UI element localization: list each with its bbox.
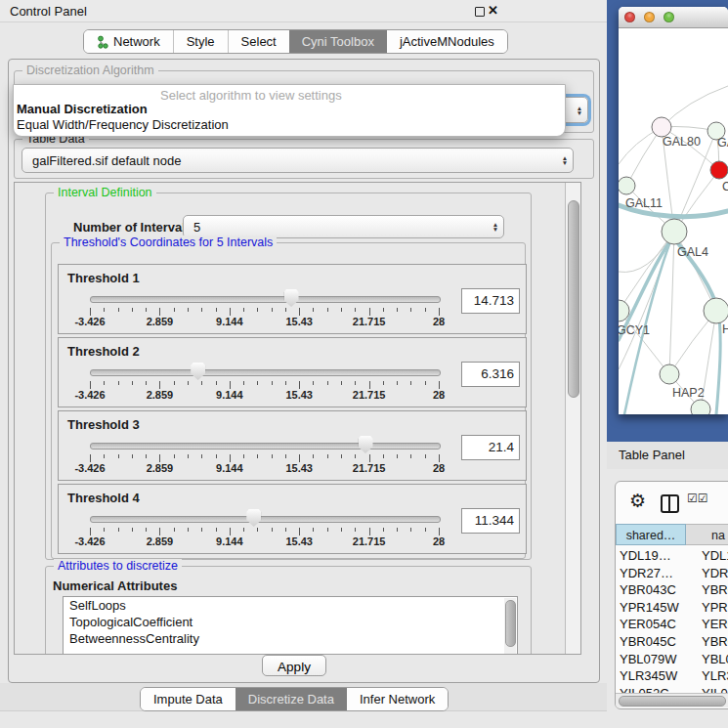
tick xyxy=(104,381,105,385)
cell-shared-name[interactable]: YBL079W xyxy=(620,652,677,666)
tab-network[interactable]: Network xyxy=(84,30,173,53)
network-view-window[interactable]: GAL80GACGAL11GAL4GCY1HHAP2 xyxy=(619,7,728,414)
table-row[interactable]: YBL079WYBL0 xyxy=(616,651,728,668)
tick-label: 15.43 xyxy=(272,462,326,474)
network-canvas[interactable]: GAL80GACGAL11GAL4GCY1HHAP2 xyxy=(619,27,728,414)
threshold-value-field[interactable]: 21.4 xyxy=(461,435,520,460)
threshold-value-field[interactable]: 14.713 xyxy=(461,288,520,314)
slider-thumb[interactable] xyxy=(359,436,373,453)
tick xyxy=(369,528,370,535)
network-node-gal4[interactable] xyxy=(662,219,687,244)
table-data-combobox[interactable]: galFiltered.sif default node ▲▼ xyxy=(21,148,574,173)
network-window-titlebar[interactable] xyxy=(619,7,728,28)
table-row[interactable]: YDL19…YDL1 xyxy=(616,547,728,565)
table-row[interactable]: YDR27…YDR2 xyxy=(616,565,728,582)
slider-thumb[interactable] xyxy=(284,289,299,307)
tick xyxy=(132,381,133,385)
tick xyxy=(299,528,300,535)
select-columns-checkbox-icon[interactable]: ☑☑ xyxy=(687,492,708,505)
cell-name[interactable]: YPR1 xyxy=(702,600,728,615)
table-row[interactable]: YBR045CYBR0 xyxy=(616,633,728,651)
slider-thumb[interactable] xyxy=(246,509,261,527)
tick xyxy=(230,454,231,462)
network-node-c[interactable] xyxy=(710,161,728,179)
column-header-name[interactable]: na xyxy=(686,524,728,545)
slider-track[interactable] xyxy=(90,369,441,376)
network-node-gal11[interactable] xyxy=(619,177,635,194)
settings-scrollpane: Interval Definition Number of Intervals … xyxy=(14,182,581,655)
table-row[interactable]: YPR145WYPR1 xyxy=(616,599,728,617)
attribute-list-item[interactable]: TopologicalCoefficient xyxy=(64,614,517,630)
network-edge-highlighted[interactable] xyxy=(716,311,720,414)
cell-name[interactable]: YDR2 xyxy=(702,566,728,580)
cell-name[interactable]: YLR3 xyxy=(702,668,728,683)
cell-shared-name[interactable]: YBR045C xyxy=(620,634,676,649)
tick xyxy=(188,454,189,458)
cell-shared-name[interactable]: YLR345W xyxy=(620,668,677,683)
cell-name[interactable]: YBR0 xyxy=(702,634,728,649)
network-edge[interactable] xyxy=(662,86,728,127)
bottom-tabbar: Impute DataDiscretize DataInfer Network xyxy=(140,687,449,711)
cell-name[interactable]: YER0 xyxy=(702,617,728,631)
network-node-unlabeled[interactable] xyxy=(691,400,710,414)
settings-gear-icon[interactable]: ⚙ xyxy=(629,490,646,512)
settings-scrollbar[interactable] xyxy=(565,183,580,654)
tick-label: 21.715 xyxy=(342,316,397,327)
table-row[interactable]: YLR345WYLR3 xyxy=(616,667,728,685)
threshold-value-field[interactable]: 11.344 xyxy=(461,508,520,534)
threshold-value-field[interactable]: 6.316 xyxy=(461,362,520,387)
minimize-traffic-light-icon[interactable] xyxy=(644,12,655,22)
slider-track[interactable] xyxy=(90,443,441,450)
tab-infer-network[interactable]: Infer Network xyxy=(347,688,448,710)
network-node-gal80[interactable] xyxy=(652,117,671,137)
algorithm-option-equal-width[interactable]: Equal Width/Frequency Discretization xyxy=(17,117,229,132)
network-edge[interactable] xyxy=(669,232,674,374)
network-edge[interactable] xyxy=(619,232,674,311)
tab-cyni-toolbox[interactable]: Cyni Toolbox xyxy=(289,30,387,53)
split-columns-icon[interactable] xyxy=(661,494,679,513)
cell-shared-name[interactable]: YDR27… xyxy=(620,566,673,580)
tick xyxy=(397,381,398,385)
table-row[interactable]: YER054CYER0 xyxy=(616,616,728,633)
column-header-shared-name[interactable]: shared… xyxy=(616,524,686,545)
cell-name[interactable]: YBL0 xyxy=(702,652,728,666)
close-traffic-light-icon[interactable] xyxy=(624,12,635,22)
tick-label: -3.426 xyxy=(63,316,117,327)
network-node-hap2[interactable] xyxy=(660,364,679,384)
tab-select[interactable]: Select xyxy=(228,30,289,53)
tick xyxy=(201,308,202,312)
table-hscrollbar[interactable] xyxy=(616,693,728,707)
network-edge[interactable] xyxy=(619,311,669,374)
cell-name[interactable]: YBR0 xyxy=(702,582,728,597)
table-row[interactable]: YBR043CYBR0 xyxy=(616,581,728,599)
slider-thumb[interactable] xyxy=(191,363,205,380)
threshold-label: Threshold 2 xyxy=(67,344,140,359)
tick xyxy=(439,528,440,535)
tab-discretize-data[interactable]: Discretize Data xyxy=(236,688,347,710)
tick xyxy=(230,528,231,535)
tick xyxy=(257,528,258,532)
close-icon[interactable]: ✕ xyxy=(488,3,498,18)
cell-shared-name[interactable]: YDL19… xyxy=(620,548,671,563)
algorithm-option-manual[interactable]: Manual Discretization xyxy=(17,102,148,116)
slider-track[interactable] xyxy=(90,516,441,523)
tab-jactivemnodules[interactable]: jActiveMNodules xyxy=(387,30,507,53)
tab-impute-data[interactable]: Impute Data xyxy=(141,688,236,710)
list-scrollbar[interactable] xyxy=(504,598,516,655)
settings-scrollbar-thumb[interactable] xyxy=(568,200,579,398)
apply-button[interactable]: Apply xyxy=(262,655,326,676)
algorithm-placeholder-item[interactable]: Select algorithm to view settings xyxy=(160,88,342,103)
cell-shared-name[interactable]: YER054C xyxy=(620,617,676,631)
slider-track[interactable] xyxy=(90,296,441,303)
float-window-icon[interactable] xyxy=(475,7,485,17)
attribute-list-item[interactable]: BetweennessCentrality xyxy=(64,630,517,647)
cell-name[interactable]: YDL1 xyxy=(702,548,728,563)
tick xyxy=(201,454,202,458)
cell-shared-name[interactable]: YBR043C xyxy=(620,582,676,597)
zoom-traffic-light-icon[interactable] xyxy=(664,12,674,22)
attribute-list-item[interactable]: SelfLoops xyxy=(64,597,517,614)
numerical-attributes-list[interactable]: SelfLoopsTopologicalCoefficientBetweenne… xyxy=(63,596,518,655)
network-node-h[interactable] xyxy=(704,298,728,323)
cell-shared-name[interactable]: YPR145W xyxy=(620,600,679,615)
tab-style[interactable]: Style xyxy=(173,30,228,53)
